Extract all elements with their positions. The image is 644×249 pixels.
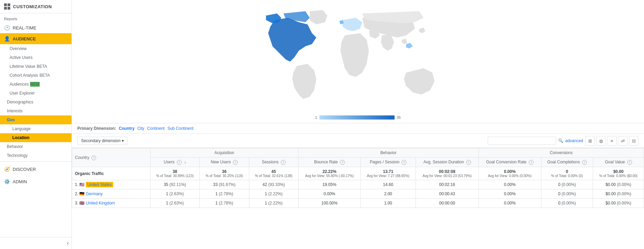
goal-conv-cell: 0.00% (478, 180, 541, 189)
sidebar-sub-audiences[interactable]: Audiences NEW (0, 80, 71, 89)
new-users-cell: 1 (2.78%) (200, 189, 249, 199)
users-cell: 1 (2.63%) (150, 199, 199, 208)
sidebar-title: CUSTOMIZATION (13, 4, 52, 9)
avg-session-info-icon[interactable]: ? (466, 160, 471, 165)
sidebar: CUSTOMIZATION Reports 🕐 REAL-TIME 👤 AUDI… (0, 0, 72, 249)
col-header-goal-value[interactable]: Goal Value ? (593, 158, 644, 167)
secondary-dimension-button[interactable]: Secondary dimension ▾ (77, 137, 128, 145)
goal-val-cell: $0.00 (0.00%) (593, 180, 644, 189)
bar-view-button[interactable]: ≡ (607, 136, 617, 146)
advanced-link[interactable]: advanced (565, 138, 583, 143)
col-header-goal-completions[interactable]: Goal Completions ? (541, 158, 593, 167)
sidebar-item-interests[interactable]: Interests (0, 107, 71, 115)
sidebar-sub-user-explorer[interactable]: User Explorer (0, 89, 71, 98)
country-cell: 1. 🇺🇸 United States (72, 180, 150, 189)
clock-icon: 🕐 (4, 25, 10, 30)
goal-comp-cell: 0 (0.00%) (541, 189, 593, 199)
bounce-cell: 0.00% (298, 189, 360, 199)
dim-subcontinent-link[interactable]: Sub Continent (167, 126, 193, 131)
search-input[interactable] (488, 137, 556, 145)
bounce-cell: 100.00% (298, 199, 360, 208)
pages-info-icon[interactable]: ? (402, 160, 406, 165)
lifetime-value-badge: BETA (37, 64, 47, 69)
col-header-new-users[interactable]: New Users ? (200, 158, 249, 167)
sidebar-sub-language[interactable]: Language (0, 124, 71, 133)
col-header-sessions[interactable]: Sessions ? (249, 158, 298, 167)
person-icon: 👤 (4, 36, 10, 41)
pivot-view-button[interactable]: ⊟ (629, 136, 639, 146)
compare-view-button[interactable]: ⇄ (618, 136, 628, 146)
sessions-cell: 1 (2.22%) (249, 189, 298, 199)
country-link[interactable]: United Kingdom (86, 201, 115, 206)
flag-icon: 🇩🇪 (79, 191, 84, 196)
sidebar-sub-lifetime-value[interactable]: Lifetime Value BETA (0, 62, 71, 71)
sessions-cell: 1 (2.22%) (249, 199, 298, 208)
organic-users-total: 38 % of Total: 30.89% (123) (150, 167, 199, 180)
world-map (72, 7, 644, 116)
goal-conv-cell: 0.00% (478, 199, 541, 208)
goal-comp-info-icon[interactable]: ? (582, 160, 587, 165)
dim-country-link[interactable]: Country (119, 126, 134, 131)
bounce-info-icon[interactable]: ? (340, 160, 345, 165)
sidebar-sub-cohort-analysis[interactable]: Cohort Analysis BETA (0, 71, 71, 80)
discover-label: DISCOVER (13, 167, 36, 172)
col-header-avg-session[interactable]: Avg. Session Duration ? (416, 158, 479, 167)
sidebar-item-geo[interactable]: Geo (0, 115, 71, 124)
sidebar-item-discover[interactable]: 🧭 DISCOVER (0, 163, 71, 175)
col-group-behavior: Behavior (298, 148, 478, 158)
goal-val-cell: $0.00 (0.00%) (593, 189, 644, 199)
bounce-cell: 19.05% (298, 180, 360, 189)
col-header-users[interactable]: Users ? ↓ (150, 158, 199, 167)
realtime-label: REAL-TIME (13, 25, 36, 30)
country-cell: 2. 🇩🇪 Germany (72, 189, 150, 199)
cohort-badge: BETA (39, 73, 50, 78)
compass-icon: 🧭 (4, 166, 10, 172)
grid-view-button[interactable]: ⊞ (585, 136, 595, 146)
organic-pages-total: 13.71 Avg for View: 7.27 (88.65%) (360, 167, 416, 180)
primary-dimension-row: Primary Dimension: Country City Continen… (72, 123, 644, 134)
sidebar-item-demographics[interactable]: Demographics (0, 98, 71, 107)
dim-continent-link[interactable]: Continent (147, 126, 165, 131)
sessions-info-icon[interactable]: ? (281, 160, 286, 165)
goal-val-info-icon[interactable]: ? (627, 160, 632, 165)
main-content: 1 35 Primary Dimension: Country City Con… (72, 0, 644, 249)
organic-goal-conv-total: 0.00% Avg for View: 0.00% (0.00%) (478, 167, 541, 180)
col-header-pages[interactable]: Pages / Session ? (360, 158, 416, 167)
new-users-info-icon[interactable]: ? (233, 160, 238, 165)
country-cell: 3. 🇬🇧 United Kingdom (72, 199, 150, 208)
sidebar-item-technology[interactable]: Technology (0, 151, 71, 160)
country-link[interactable]: United States (86, 182, 113, 187)
sidebar-item-realtime[interactable]: 🕐 REAL-TIME (0, 22, 71, 33)
sidebar-sub-location[interactable]: Location (0, 133, 71, 142)
data-table: Country ? Acquisition Behavior Conversio… (72, 148, 644, 208)
col-header-goal-conv[interactable]: Goal Conversion Rate ? (478, 158, 541, 167)
goal-val-cell: $0.00 (0.00%) (593, 199, 644, 208)
chevron-left-icon: ‹ (67, 240, 69, 246)
goal-conv-info-icon[interactable]: ? (529, 160, 534, 165)
search-row: 🔍 advanced ⊞ ◍ ≡ ⇄ ⊟ (488, 136, 639, 146)
goal-comp-cell: 0 (0.00%) (541, 180, 593, 189)
avg-session-cell: 00:02:16 (416, 180, 479, 189)
country-info-icon[interactable]: ? (91, 155, 96, 160)
col-header-bounce[interactable]: Bounce Rate ? (298, 158, 360, 167)
sidebar-collapse-button[interactable]: ‹ (0, 237, 71, 249)
search-icon[interactable]: 🔍 (558, 138, 563, 143)
country-link[interactable]: Germany (86, 191, 103, 196)
users-sort-icon: ↓ (184, 160, 186, 164)
users-info-icon[interactable]: ? (177, 160, 182, 165)
col-group-conversions: Conversions (478, 148, 644, 158)
legend-gradient-bar (319, 115, 394, 120)
legend-min: 1 (315, 115, 317, 120)
chart-view-button[interactable]: ◍ (596, 136, 606, 146)
sidebar-item-admin[interactable]: ⚙️ ADMIN (0, 175, 71, 188)
table-row: 1. 🇺🇸 United States 35 (92.11%) 33 (91.6… (72, 180, 644, 189)
flag-icon: 🇬🇧 (79, 201, 84, 206)
dim-city-link[interactable]: City (137, 126, 144, 131)
sidebar-item-behavior[interactable]: Behavior (0, 142, 71, 151)
sidebar-item-audience[interactable]: 👤 AUDIENCE (0, 33, 71, 44)
gear-icon: ⚙️ (4, 179, 10, 184)
table-area: Primary Dimension: Country City Continen… (72, 123, 644, 249)
sidebar-sub-overview[interactable]: Overview (0, 44, 71, 53)
table-row: 3. 🇬🇧 United Kingdom 1 (2.63%) 1 (2.78%)… (72, 199, 644, 208)
sidebar-sub-active-users[interactable]: Active Users (0, 53, 71, 62)
